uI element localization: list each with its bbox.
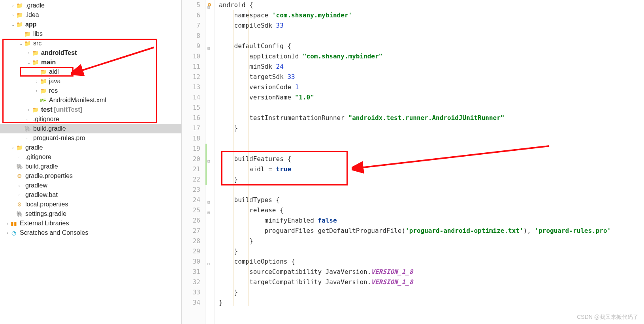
code-line[interactable]: namespace 'com.shsany.mybinder': [219, 10, 611, 21]
no-arrow-icon[interactable]: [10, 164, 16, 169]
code-line[interactable]: testInstrumentationRunner "androidx.test…: [219, 113, 611, 123]
tree-scratches[interactable]: › ◔ Scratches and Consoles: [0, 228, 181, 238]
chevron-down-icon[interactable]: ⌄: [18, 41, 24, 46]
tree-item[interactable]: 🐘settings.gradle: [0, 209, 181, 219]
fold-icon[interactable]: ⊟: [207, 156, 212, 162]
tree-item[interactable]: ⚙local.properties: [0, 200, 181, 209]
code-line[interactable]: defaultConfig {: [219, 41, 611, 51]
no-arrow-icon[interactable]: [18, 126, 24, 131]
code-line[interactable]: [219, 185, 611, 195]
no-arrow-icon[interactable]: [18, 116, 24, 122]
chevron-right-icon[interactable]: ›: [26, 50, 32, 56]
tree-item[interactable]: 📁aidl: [0, 67, 181, 77]
code-line[interactable]: versionCode 1: [219, 82, 611, 92]
chevron-right-icon[interactable]: ›: [34, 79, 40, 84]
tree-item[interactable]: ▫gradlew.bat: [0, 190, 181, 200]
no-arrow-icon[interactable]: [10, 192, 16, 198]
code-line[interactable]: buildFeatures {: [219, 154, 611, 164]
fold-icon[interactable]: ⊟: [207, 208, 212, 213]
code-line[interactable]: }: [219, 287, 611, 298]
code-line[interactable]: android {: [219, 0, 611, 10]
tree-item[interactable]: 🐘build.gradle: [0, 124, 181, 133]
fold-icon[interactable]: ⊟: [207, 2, 212, 8]
code-line[interactable]: targetSdk 33: [219, 72, 611, 82]
code-editor[interactable]: 5678910111213141516171819202122232425262…: [182, 0, 644, 324]
tree-item[interactable]: ⌄📁app: [0, 20, 181, 29]
no-arrow-icon[interactable]: [34, 97, 40, 103]
code-line[interactable]: [219, 103, 611, 113]
code-line[interactable]: targetCompatibility JavaVersion.VERSION_…: [219, 277, 611, 287]
tree-item[interactable]: 🐘build.gradle: [0, 162, 181, 171]
chevron-right-icon[interactable]: ›: [10, 145, 16, 150]
code-line[interactable]: proguardFiles getDefaultProguardFile('pr…: [219, 226, 611, 236]
tree-item[interactable]: ⚙gradle.properties: [0, 171, 181, 181]
code-line[interactable]: [219, 133, 611, 144]
no-arrow-icon[interactable]: [34, 69, 40, 75]
tree-item[interactable]: ›📁.idea: [0, 10, 181, 20]
chevron-down-icon[interactable]: ⌄: [26, 60, 32, 65]
tree-item[interactable]: ▫gradlew: [0, 181, 181, 190]
no-arrow-icon[interactable]: [10, 202, 16, 207]
code-line[interactable]: versionName "1.0": [219, 92, 611, 103]
chevron-right-icon: ›: [5, 221, 10, 226]
code-line[interactable]: }: [219, 246, 611, 257]
no-arrow-icon[interactable]: [10, 211, 16, 217]
line-number: 30: [182, 257, 200, 267]
code-line[interactable]: }: [219, 123, 611, 133]
tree-item[interactable]: ⌄📁src: [0, 39, 181, 48]
tree-item[interactable]: ▫.gitignore: [0, 152, 181, 162]
tree-item[interactable]: ⌄📁main: [0, 58, 181, 67]
no-arrow-icon[interactable]: [10, 183, 16, 188]
code-line[interactable]: minSdk 24: [219, 62, 611, 72]
project-tree[interactable]: ›📁.gradle›📁.idea⌄📁app📁libs⌄📁src›📁android…: [0, 0, 182, 324]
no-arrow-icon[interactable]: [18, 135, 24, 141]
fold-icon[interactable]: ⊟: [207, 43, 212, 49]
tree-item-label: proguard-rules.pro: [33, 133, 85, 143]
fold-icon[interactable]: ⊟: [207, 197, 212, 203]
chevron-right-icon[interactable]: ›: [26, 107, 32, 112]
code-line[interactable]: sourceCompatibility JavaVersion.VERSION_…: [219, 267, 611, 277]
no-arrow-icon[interactable]: [10, 154, 16, 160]
tree-external-libraries[interactable]: › ▮▮ External Libraries: [0, 219, 181, 228]
line-number: 10: [182, 51, 200, 62]
fold-icon[interactable]: ⊟: [207, 259, 212, 264]
folder-icon: 📁: [32, 59, 39, 66]
code-line[interactable]: applicationId "com.shsany.mybinder": [219, 51, 611, 62]
line-number: 23: [182, 185, 200, 195]
code-line[interactable]: }: [219, 298, 611, 308]
tree-item[interactable]: MFAndroidManifest.xml: [0, 96, 181, 105]
chevron-down-icon[interactable]: ⌄: [10, 22, 16, 27]
code-line[interactable]: aidl = true: [219, 164, 611, 174]
line-number: 9: [182, 41, 200, 51]
tree-item[interactable]: ›📁.gradle: [0, 1, 181, 10]
folder-icon: 📁: [40, 68, 47, 75]
no-arrow-icon[interactable]: [10, 173, 16, 179]
tree-item[interactable]: ›📁test[unitTest]: [0, 105, 181, 114]
code-line[interactable]: }: [219, 236, 611, 246]
file-icon: ▫: [16, 191, 23, 199]
code-line[interactable]: compileSdk 33: [219, 21, 611, 31]
tree-item[interactable]: ›📁java: [0, 77, 181, 86]
chevron-right-icon[interactable]: ›: [10, 12, 16, 18]
chevron-right-icon[interactable]: ›: [34, 88, 40, 94]
code-line[interactable]: minifyEnabled false: [219, 215, 611, 226]
tree-item[interactable]: ▫.gitignore: [0, 114, 181, 124]
code-line[interactable]: compileOptions {: [219, 257, 611, 267]
folder-icon: 📁: [40, 78, 47, 85]
code-line[interactable]: release {: [219, 205, 611, 215]
code-line[interactable]: buildTypes {: [219, 195, 611, 205]
tree-item[interactable]: ›📁gradle: [0, 143, 181, 152]
code-line[interactable]: [219, 31, 611, 41]
code-line[interactable]: }: [219, 174, 611, 185]
tree-item-bracket: [unitTest]: [54, 105, 82, 114]
line-number: 29: [182, 246, 200, 257]
code-area[interactable]: android { namespace 'com.shsany.mybinder…: [215, 0, 611, 324]
folder-icon: 📁: [24, 30, 31, 37]
tree-item[interactable]: ›📁androidTest: [0, 48, 181, 58]
no-arrow-icon[interactable]: [18, 31, 24, 37]
tree-item[interactable]: ▫proguard-rules.pro: [0, 133, 181, 143]
chevron-right-icon[interactable]: ›: [10, 3, 16, 8]
tree-item[interactable]: 📁libs: [0, 29, 181, 39]
code-line[interactable]: [219, 144, 611, 154]
tree-item[interactable]: ›📁res: [0, 86, 181, 96]
